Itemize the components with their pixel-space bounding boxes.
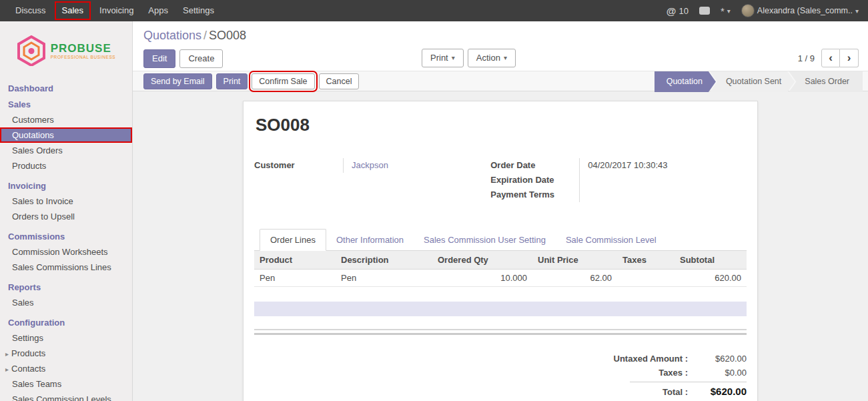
tab-sales-commission-user-setting[interactable]: Sales Commission User Setting [414,230,556,250]
caret-right-icon: ▸ [5,350,9,358]
topbar-menu-sales[interactable]: Sales [55,1,91,20]
tab-order-lines[interactable]: Order Lines [260,229,326,251]
breadcrumb-separator: / [201,29,209,42]
taxes-value: $0.00 [688,368,747,378]
status-step-quotation[interactable]: Quotation [655,71,716,92]
sidebar-item-sales-commission-levels[interactable]: Sales Commission Levels [0,392,132,401]
sidebar-item-quotations[interactable]: Quotations [0,127,132,143]
sidebar-item-invoicing[interactable]: Invoicing [0,177,132,193]
caret-right-icon: ▸ [5,366,9,373]
topbar-menu-invoicing[interactable]: Invoicing [92,0,141,21]
untaxed-amount-value: $620.00 [688,354,747,364]
total-label: Total : [663,387,688,397]
status-step-quotation-sent[interactable]: Quotation Sent [710,71,795,92]
logo-hexagon-icon [17,35,46,66]
sidebar-item-reports[interactable]: Reports [0,279,132,295]
print-dropdown-button[interactable]: Print▾ [422,49,464,67]
breadcrumb-current: SO008 [209,29,246,42]
form-sheet: SO008 Customer Jackpson Order Date 04/20… [243,101,758,401]
field-group-right: Order Date 04/20/2017 10:30:43 Expiratio… [490,158,747,202]
column-header-unit-price: Unit Price [532,251,617,270]
confirm-sale-button[interactable]: Confirm Sale [252,73,314,89]
chevron-down-icon: ▾ [452,53,455,63]
send-by-email-button[interactable]: Send by Email [143,73,212,89]
cell-unit-price[interactable]: 62.00 [532,270,617,287]
main-area: Quotations/SO008 Edit Create Print▾ Acti… [133,0,868,401]
pager-counter: 1 / 9 [798,53,815,63]
sidebar-item-products[interactable]: Products [0,158,132,173]
content-area: SO008 Customer Jackpson Order Date 04/20… [133,91,868,401]
topbar-right: @ 10 * ▾ Alexandra (Sales_comm.. ▾ [667,4,868,17]
sidebar-item-customers[interactable]: Customers [0,112,132,127]
activities-button[interactable]: @ 10 [667,5,689,17]
sidebar-item-commissions[interactable]: Commissions [0,228,132,244]
sidebar-item-sales-orders[interactable]: Sales Orders [0,143,132,158]
sidebar-section-commissions: Commissions Commission Worksheets Sales … [0,228,132,275]
status-steps: Quotation Quotation Sent Sales Order [655,71,863,92]
at-icon: @ [667,5,677,17]
sidebar-item-sales-to-invoice[interactable]: Sales to Invoice [0,193,132,209]
debug-icon: * [721,5,725,17]
sidebar-item-reports-sales[interactable]: Sales [0,295,132,310]
column-header-ordered-qty: Ordered Qty [432,251,532,270]
sidebar-item-dashboard[interactable]: Dashboard [0,80,132,96]
empty-line-row [254,302,747,316]
dropdown-group: Print▾ Action▾ [422,49,516,67]
statusbar: Send by Email Print Confirm Sale Cancel … [133,71,868,91]
cancel-button[interactable]: Cancel [319,73,360,89]
user-menu-button[interactable]: Alexandra (Sales_comm.. ▾ [741,4,859,17]
tab-other-information[interactable]: Other Information [326,230,414,250]
action-dropdown-button[interactable]: Action▾ [468,49,516,67]
edit-button[interactable]: Edit [143,49,175,68]
chat-bubble-icon [699,7,710,15]
section-divider [254,333,747,335]
breadcrumb: Quotations/SO008 [143,27,857,44]
topbar-menu-settings[interactable]: Settings [175,0,222,21]
order-date-label: Order Date [490,158,579,173]
field-groups: Customer Jackpson Order Date 04/20/2017 … [254,158,747,202]
record-title: SO008 [256,115,747,135]
avatar [741,4,755,17]
sidebar-item-config-contacts[interactable]: ▸Contacts [0,361,132,376]
pager-previous-button[interactable]: ‹ [821,49,840,67]
cell-subtotal[interactable]: 620.00 [675,270,747,287]
cell-product[interactable]: Pen [254,270,336,287]
print-button[interactable]: Print [216,73,248,89]
field-group-left: Customer Jackpson [254,158,490,202]
statusbar-buttons: Send by Email Print Confirm Sale Cancel [143,73,359,89]
cell-description[interactable]: Pen [336,270,432,287]
sidebar-section-dashboard: Dashboard [0,80,132,96]
topbar-menu-apps[interactable]: Apps [141,0,175,21]
sidebar-item-sales-teams[interactable]: Sales Teams [0,376,132,392]
totals-block: Untaxed Amount : $620.00 Taxes : $0.00 T… [560,352,747,399]
sidebar: PROBUSE PROFESSIONAL BUSINESS Dashboard … [0,21,133,401]
topbar-menu-discuss[interactable]: Discuss [8,0,53,21]
sidebar-section-invoicing: Invoicing Sales to Invoice Orders to Ups… [0,177,132,224]
breadcrumb-quotations-link[interactable]: Quotations [143,29,201,42]
sidebar-item-sales[interactable]: Sales [0,96,132,112]
payment-terms-value [579,187,747,202]
sidebar-item-commission-worksheets[interactable]: Commission Worksheets [0,244,132,260]
debug-menu-button[interactable]: * ▾ [721,5,731,17]
topbar-menus: Discuss Sales Invoicing Apps Settings [0,0,222,21]
notebook-tabs: Order Lines Other Information Sales Comm… [254,229,747,251]
tab-sale-commission-level[interactable]: Sale Commission Level [556,230,667,250]
cell-taxes[interactable] [617,270,675,287]
expiration-date-value [579,173,747,187]
customer-value-link[interactable]: Jackpson [343,158,490,173]
cell-ordered-qty[interactable]: 10.000 [432,270,532,287]
sidebar-item-configuration[interactable]: Configuration [0,314,132,330]
messages-button[interactable] [699,7,710,15]
activity-count: 10 [679,6,689,16]
sidebar-item-config-products[interactable]: ▸Products [0,346,132,361]
pager-next-button[interactable]: › [840,49,859,67]
sidebar-item-orders-to-upsell[interactable]: Orders to Upsell [0,209,132,224]
sidebar-item-settings[interactable]: Settings [0,330,132,346]
status-step-sales-order[interactable]: Sales Order [789,71,863,92]
control-panel: Quotations/SO008 Edit Create Print▾ Acti… [133,21,868,71]
logo-subtitle: PROFESSIONAL BUSINESS [51,55,116,59]
create-button[interactable]: Create [179,49,223,68]
table-row[interactable]: Pen Pen 10.000 62.00 620.00 [254,270,747,287]
sidebar-item-sales-commissions-lines[interactable]: Sales Commissions Lines [0,260,132,275]
payment-terms-label: Payment Terms [490,187,579,202]
